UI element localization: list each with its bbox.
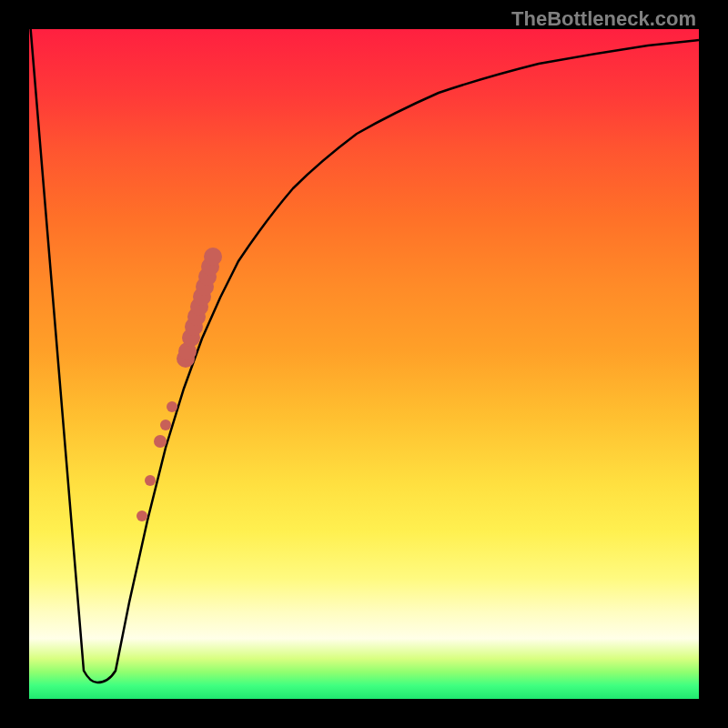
data-point [154, 435, 167, 448]
chart-svg [29, 29, 699, 699]
data-point [167, 401, 177, 412]
data-point [136, 511, 147, 521]
curve-path [29, 29, 699, 682]
data-point [204, 248, 222, 266]
watermark-text: TheBottleneck.com [511, 7, 696, 31]
plot-background [29, 29, 699, 699]
data-point [145, 475, 156, 486]
data-point [160, 420, 171, 430]
